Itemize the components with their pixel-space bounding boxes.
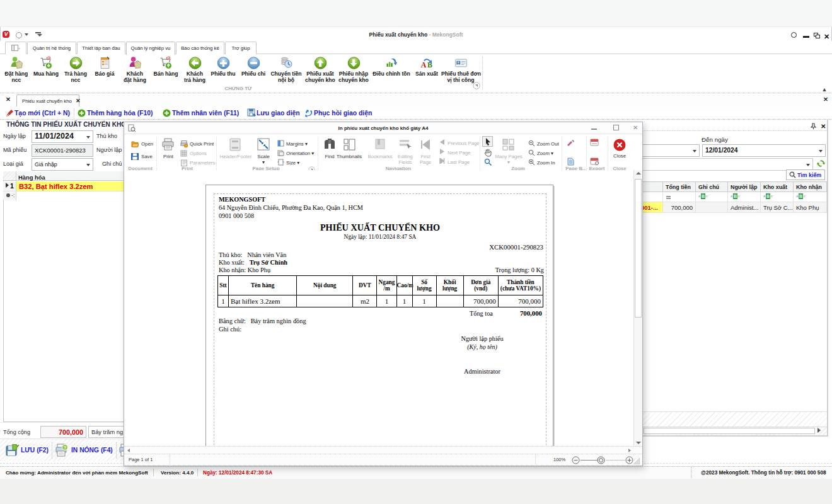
svg-text:?: ? — [64, 445, 66, 450]
svg-text:A: A — [420, 60, 426, 69]
